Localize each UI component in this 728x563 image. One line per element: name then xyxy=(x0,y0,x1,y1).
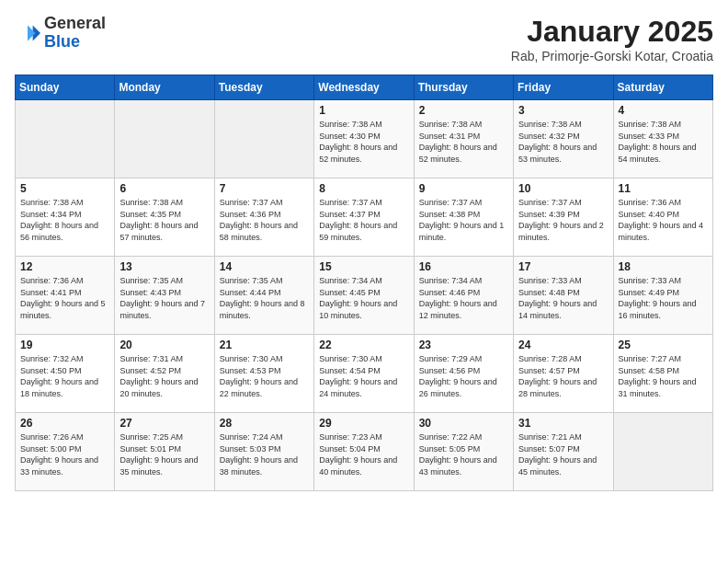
day-number: 2 xyxy=(419,104,508,117)
calendar-cell: 18Sunrise: 7:33 AMSunset: 4:49 PMDayligh… xyxy=(613,257,712,335)
day-number: 13 xyxy=(119,260,209,273)
day-number: 29 xyxy=(319,417,408,430)
calendar-week-row: 1Sunrise: 7:38 AMSunset: 4:30 PMDaylight… xyxy=(16,100,713,178)
calendar-cell: 11Sunrise: 7:36 AMSunset: 4:40 PMDayligh… xyxy=(613,178,712,257)
day-info: Sunrise: 7:23 AMSunset: 5:04 PMDaylight:… xyxy=(319,431,408,477)
day-number: 9 xyxy=(419,182,508,195)
day-info: Sunrise: 7:36 AMSunset: 4:41 PMDaylight:… xyxy=(20,275,109,321)
calendar-cell: 13Sunrise: 7:35 AMSunset: 4:43 PMDayligh… xyxy=(115,257,214,335)
day-number: 4 xyxy=(619,104,708,117)
day-number: 17 xyxy=(518,260,608,273)
calendar-cell: 19Sunrise: 7:32 AMSunset: 4:50 PMDayligh… xyxy=(16,335,115,413)
logo-general-text: General xyxy=(44,14,106,32)
calendar-cell: 4Sunrise: 7:38 AMSunset: 4:33 PMDaylight… xyxy=(613,100,712,178)
calendar-cell: 26Sunrise: 7:26 AMSunset: 5:00 PMDayligh… xyxy=(16,413,115,491)
page-header: General Blue January 2025 Rab, Primorje-… xyxy=(15,15,713,63)
calendar-header-row: SundayMondayTuesdayWednesdayThursdayFrid… xyxy=(16,75,713,100)
day-number: 18 xyxy=(619,260,708,273)
calendar-cell: 2Sunrise: 7:38 AMSunset: 4:31 PMDaylight… xyxy=(414,100,513,178)
day-number: 25 xyxy=(619,339,708,351)
day-of-week-header: Monday xyxy=(115,75,214,100)
calendar-cell: 17Sunrise: 7:33 AMSunset: 4:48 PMDayligh… xyxy=(514,257,613,335)
calendar-cell: 10Sunrise: 7:37 AMSunset: 4:39 PMDayligh… xyxy=(514,178,613,257)
calendar-cell: 1Sunrise: 7:38 AMSunset: 4:30 PMDaylight… xyxy=(314,100,414,178)
calendar-cell: 27Sunrise: 7:25 AMSunset: 5:01 PMDayligh… xyxy=(115,413,214,491)
calendar-cell: 9Sunrise: 7:37 AMSunset: 4:38 PMDaylight… xyxy=(414,178,513,257)
day-info: Sunrise: 7:35 AMSunset: 4:43 PMDaylight:… xyxy=(119,275,209,321)
day-info: Sunrise: 7:25 AMSunset: 5:01 PMDaylight:… xyxy=(119,431,209,477)
day-info: Sunrise: 7:32 AMSunset: 4:50 PMDaylight:… xyxy=(20,353,109,399)
day-info: Sunrise: 7:24 AMSunset: 5:03 PMDaylight:… xyxy=(220,431,309,477)
day-number: 1 xyxy=(319,104,408,117)
day-info: Sunrise: 7:38 AMSunset: 4:31 PMDaylight:… xyxy=(419,119,508,165)
day-number: 21 xyxy=(220,339,309,351)
logo: General Blue xyxy=(15,15,106,52)
day-info: Sunrise: 7:34 AMSunset: 4:45 PMDaylight:… xyxy=(319,275,408,321)
calendar-cell: 24Sunrise: 7:28 AMSunset: 4:57 PMDayligh… xyxy=(514,335,613,413)
title-block: January 2025 Rab, Primorje-Gorski Kotar,… xyxy=(511,15,713,63)
logo-icon xyxy=(15,20,40,46)
day-info: Sunrise: 7:38 AMSunset: 4:35 PMDaylight:… xyxy=(119,197,209,243)
calendar-cell: 5Sunrise: 7:38 AMSunset: 4:34 PMDaylight… xyxy=(16,178,115,257)
day-of-week-header: Saturday xyxy=(613,75,712,100)
calendar-cell: 12Sunrise: 7:36 AMSunset: 4:41 PMDayligh… xyxy=(16,257,115,335)
calendar-cell: 29Sunrise: 7:23 AMSunset: 5:04 PMDayligh… xyxy=(314,413,414,491)
day-number: 7 xyxy=(220,182,309,195)
calendar-week-row: 26Sunrise: 7:26 AMSunset: 5:00 PMDayligh… xyxy=(16,413,713,491)
calendar-week-row: 5Sunrise: 7:38 AMSunset: 4:34 PMDaylight… xyxy=(16,178,713,257)
logo-text: General Blue xyxy=(44,15,106,52)
logo-blue-text: Blue xyxy=(44,32,80,51)
day-info: Sunrise: 7:38 AMSunset: 4:34 PMDaylight:… xyxy=(20,197,109,243)
day-info: Sunrise: 7:36 AMSunset: 4:40 PMDaylight:… xyxy=(619,197,708,243)
calendar-cell: 21Sunrise: 7:30 AMSunset: 4:53 PMDayligh… xyxy=(214,335,313,413)
calendar-cell: 30Sunrise: 7:22 AMSunset: 5:05 PMDayligh… xyxy=(414,413,513,491)
calendar-cell: 8Sunrise: 7:37 AMSunset: 4:37 PMDaylight… xyxy=(314,178,414,257)
calendar-cell: 28Sunrise: 7:24 AMSunset: 5:03 PMDayligh… xyxy=(214,413,313,491)
day-number: 5 xyxy=(20,182,109,195)
day-of-week-header: Tuesday xyxy=(214,75,313,100)
day-number: 12 xyxy=(20,260,109,273)
calendar-cell: 3Sunrise: 7:38 AMSunset: 4:32 PMDaylight… xyxy=(514,100,613,178)
calendar-cell: 22Sunrise: 7:30 AMSunset: 4:54 PMDayligh… xyxy=(314,335,414,413)
calendar-cell xyxy=(613,413,712,491)
day-number: 16 xyxy=(419,260,508,273)
day-number: 20 xyxy=(119,339,209,351)
day-info: Sunrise: 7:37 AMSunset: 4:36 PMDaylight:… xyxy=(220,197,309,243)
calendar-cell: 23Sunrise: 7:29 AMSunset: 4:56 PMDayligh… xyxy=(414,335,513,413)
month-title: January 2025 xyxy=(511,15,713,49)
day-info: Sunrise: 7:26 AMSunset: 5:00 PMDaylight:… xyxy=(20,431,109,477)
calendar-cell: 7Sunrise: 7:37 AMSunset: 4:36 PMDaylight… xyxy=(214,178,313,257)
calendar-cell: 15Sunrise: 7:34 AMSunset: 4:45 PMDayligh… xyxy=(314,257,414,335)
calendar-cell: 16Sunrise: 7:34 AMSunset: 4:46 PMDayligh… xyxy=(414,257,513,335)
day-number: 31 xyxy=(518,417,608,430)
location-text: Rab, Primorje-Gorski Kotar, Croatia xyxy=(511,49,713,63)
day-number: 15 xyxy=(319,260,408,273)
calendar-cell: 25Sunrise: 7:27 AMSunset: 4:58 PMDayligh… xyxy=(613,335,712,413)
day-number: 10 xyxy=(518,182,608,195)
calendar-cell xyxy=(214,100,313,178)
day-info: Sunrise: 7:27 AMSunset: 4:58 PMDaylight:… xyxy=(619,353,708,399)
day-info: Sunrise: 7:33 AMSunset: 4:49 PMDaylight:… xyxy=(619,275,708,321)
day-info: Sunrise: 7:31 AMSunset: 4:52 PMDaylight:… xyxy=(119,353,209,399)
day-number: 8 xyxy=(319,182,408,195)
day-number: 11 xyxy=(619,182,708,195)
day-number: 27 xyxy=(119,417,209,430)
calendar-cell: 31Sunrise: 7:21 AMSunset: 5:07 PMDayligh… xyxy=(514,413,613,491)
day-info: Sunrise: 7:37 AMSunset: 4:37 PMDaylight:… xyxy=(319,197,408,243)
calendar-cell: 14Sunrise: 7:35 AMSunset: 4:44 PMDayligh… xyxy=(214,257,313,335)
calendar-week-row: 19Sunrise: 7:32 AMSunset: 4:50 PMDayligh… xyxy=(16,335,713,413)
day-info: Sunrise: 7:33 AMSunset: 4:48 PMDaylight:… xyxy=(518,275,608,321)
day-info: Sunrise: 7:29 AMSunset: 4:56 PMDaylight:… xyxy=(419,353,508,399)
calendar-cell xyxy=(16,100,115,178)
day-info: Sunrise: 7:30 AMSunset: 4:53 PMDaylight:… xyxy=(220,353,309,399)
day-of-week-header: Wednesday xyxy=(314,75,414,100)
day-number: 23 xyxy=(419,339,508,351)
day-info: Sunrise: 7:35 AMSunset: 4:44 PMDaylight:… xyxy=(220,275,309,321)
day-of-week-header: Sunday xyxy=(16,75,115,100)
day-number: 22 xyxy=(319,339,408,351)
day-number: 24 xyxy=(518,339,608,351)
day-of-week-header: Thursday xyxy=(414,75,513,100)
day-number: 3 xyxy=(518,104,608,117)
day-number: 6 xyxy=(119,182,209,195)
day-number: 30 xyxy=(419,417,508,430)
